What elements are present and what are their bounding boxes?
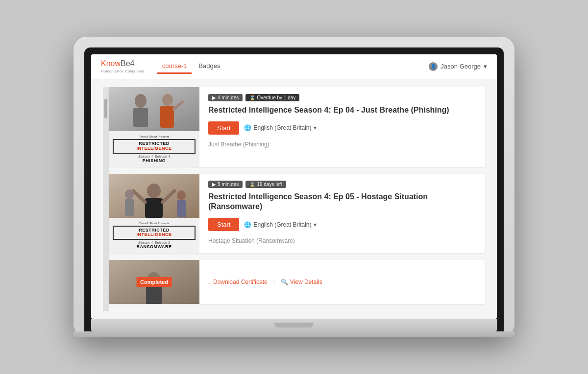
main-content: Twist & Shout Presents RESTRICTED INTELL… (91, 79, 497, 319)
hourglass-icon-2: ⌛ (249, 182, 255, 187)
svg-rect-1 (109, 87, 199, 131)
screen-bezel: KnowBe4 Human error. Conquered. course-1… (84, 47, 504, 332)
user-menu[interactable]: 👤 Jason George ▾ (429, 62, 487, 71)
logo-area: KnowBe4 Human error. Conquered. (101, 59, 146, 73)
content-scroll-area: Twist & Shout Presents RESTRICTED INTELL… (103, 87, 485, 311)
ri-season-1: Season 4- Episode 4 (113, 155, 196, 158)
ri-logo-box-1: RESTRICTED INTELLIGENCE (113, 139, 196, 154)
course-thumbnail-1: Twist & Shout Presents RESTRICTED INTELL… (109, 87, 199, 167)
logo-text-be4: Be4 (121, 59, 134, 68)
ri-topic-2: RANSOMWARE (113, 244, 196, 249)
svg-point-2 (135, 94, 147, 108)
nav-training[interactable]: course-1 (157, 59, 192, 74)
view-details-link[interactable]: 🔍 View Details (281, 279, 322, 285)
course-info-2: ▶ 5 minutes ⌛ 19 days left Restric (199, 174, 485, 254)
course-thumbnail-2: Twist & Shout Presents RESTRICTED INTELL… (109, 174, 199, 254)
duration-badge-2: ▶ 5 minutes (208, 181, 243, 188)
thumbnail-image-1 (109, 87, 199, 131)
overdue-badge-1: ⌛ Overdue by 1 day (245, 94, 299, 101)
app-container: KnowBe4 Human error. Conquered. course-1… (91, 54, 497, 319)
course-card-2: Twist & Shout Presents RESTRICTED INTELL… (109, 174, 485, 254)
logo: KnowBe4 (101, 59, 146, 68)
courses-list: Twist & Shout Presents RESTRICTED INTELL… (109, 87, 485, 311)
globe-icon-2: 🌐 (244, 221, 251, 228)
card-badges-1: ▶ 4 minutes ⌛ Overdue by 1 day (208, 94, 476, 101)
logo-presenter-1: Twist & Shout Presents (113, 135, 196, 138)
search-icon: 🔍 (281, 279, 288, 285)
download-icon: ↓ (208, 279, 211, 285)
start-button-2[interactable]: Start (208, 218, 239, 231)
language-selector-1[interactable]: 🌐 English (Great Britain) ▾ (244, 124, 316, 131)
svg-rect-20 (146, 285, 162, 304)
svg-rect-16 (177, 200, 186, 217)
card-badges-2: ▶ 5 minutes ⌛ 19 days left (208, 181, 476, 188)
card-actions-2: Start 🌐 English (Great Britain) ▾ (208, 218, 476, 231)
thumbnail-svg-2 (109, 174, 199, 218)
screen: KnowBe4 Human error. Conquered. course-1… (91, 54, 497, 319)
svg-rect-10 (145, 198, 163, 218)
svg-point-13 (125, 189, 134, 199)
scrollbar[interactable] (103, 87, 109, 311)
logo-presenter-2: Twist & Shout Presents (113, 222, 196, 225)
course-title-1: Restricted Intelligence Season 4: Ep 04 … (208, 105, 476, 116)
ri-topic-1: PHISHING (113, 158, 196, 163)
course-thumbnail-3: Completed (109, 260, 199, 304)
scroll-thumb (104, 99, 107, 118)
logo-text-know: Know (101, 59, 121, 68)
laptop-shell: KnowBe4 Human error. Conquered. course-1… (74, 37, 514, 338)
globe-icon-1: 🌐 (244, 124, 251, 131)
nav-badges[interactable]: Badges (194, 59, 225, 74)
laptop-bottom-bar (74, 331, 514, 337)
app-header: KnowBe4 Human error. Conquered. course-1… (91, 54, 497, 79)
user-avatar-icon: 👤 (429, 62, 438, 71)
chevron-down-icon: ▾ (484, 63, 487, 70)
ri-season-2: Season 4- Episode 5 (113, 241, 196, 244)
course-card-3: Completed ↓ Download Certificate | (109, 260, 485, 304)
thumbnail-logo-1: Twist & Shout Presents RESTRICTED INTELL… (109, 131, 199, 167)
chevron-down-icon-1: ▾ (314, 124, 317, 131)
svg-point-15 (177, 190, 186, 200)
course-title-2: Restricted Intelligence Season 4: Ep 05 … (208, 192, 476, 212)
duration-badge-1: ▶ 4 minutes (208, 94, 243, 101)
clock-icon-2: ▶ (212, 182, 216, 187)
svg-rect-3 (133, 108, 148, 127)
course-link-2[interactable]: Hostage Situation (Ransomware) (208, 237, 295, 244)
course-link-1[interactable]: Just Breathe (Phishing) (208, 141, 270, 148)
laptop-base (91, 319, 497, 331)
ri-title-line2-2: INTELLIGENCE (117, 233, 192, 237)
chevron-down-icon-2: ▾ (314, 221, 317, 228)
ri-title-line2-1: INTELLIGENCE (117, 146, 192, 151)
user-name: Jason George (441, 63, 481, 70)
thumbnail-svg-1 (109, 87, 199, 131)
clock-icon-1: ▶ (212, 95, 216, 100)
days-left-badge-2: ⌛ 19 days left (245, 181, 286, 188)
action-separator: | (273, 279, 275, 285)
laptop-camera-notch (274, 323, 314, 327)
course-info-1: ▶ 4 minutes ⌛ Overdue by 1 day Res (199, 87, 485, 167)
hourglass-icon-1: ⌛ (249, 95, 255, 100)
card-actions-1: Start 🌐 English (Great Britain) ▾ (208, 121, 476, 135)
svg-rect-5 (160, 106, 174, 128)
svg-point-9 (147, 184, 161, 198)
svg-point-4 (162, 94, 173, 106)
language-selector-2[interactable]: 🌐 English (Great Britain) ▾ (244, 221, 316, 228)
course-card-1: Twist & Shout Presents RESTRICTED INTELL… (109, 87, 485, 167)
main-nav: course-1 Badges (157, 59, 225, 74)
svg-rect-14 (125, 199, 134, 216)
thumbnail-image-2 (109, 174, 199, 218)
download-certificate-link[interactable]: ↓ Download Certificate (208, 279, 268, 285)
thumbnail-logo-2: Twist & Shout Presents RESTRICTED INTELL… (109, 218, 199, 254)
logo-tagline: Human error. Conquered. (101, 69, 146, 73)
start-button-1[interactable]: Start (208, 121, 239, 135)
ri-logo-box-2: RESTRICTED INTELLIGENCE (113, 226, 196, 240)
completed-banner: Completed (136, 277, 172, 287)
completed-actions: ↓ Download Certificate | 🔍 View Details (199, 260, 485, 304)
